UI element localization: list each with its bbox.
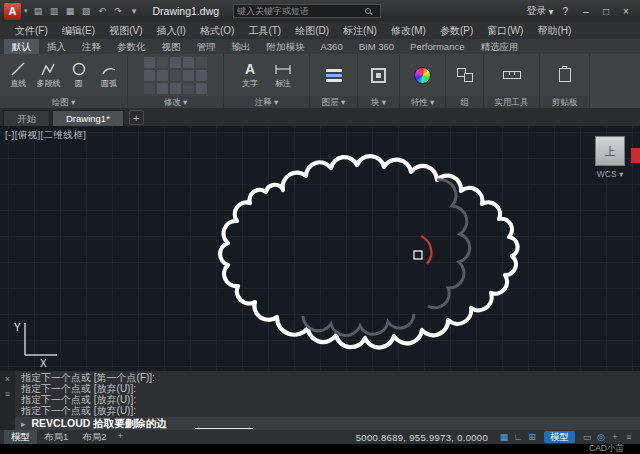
faded-cloud-edge-bottom[interactable]	[303, 314, 414, 336]
panel-label-groups[interactable]: 组	[446, 96, 483, 108]
menu-help[interactable]: 帮助(H)	[530, 22, 578, 39]
command-prompt-icon: ▸	[21, 419, 26, 429]
command-input-line[interactable]: ▸ REVCLOUD 拾取要删除的边	[15, 417, 640, 431]
search-icon[interactable]	[365, 8, 371, 14]
file-tab-start[interactable]: 开始	[3, 110, 50, 126]
grid-toggle-icon[interactable]: ▦	[497, 432, 511, 442]
ortho-toggle-icon[interactable]: ∟	[511, 432, 525, 442]
line-tool[interactable]: 直线	[6, 61, 30, 89]
panel-label-modify[interactable]: 修改 ▾	[128, 96, 223, 108]
model-tab[interactable]: 模型	[4, 430, 37, 444]
menu-insert[interactable]: 插入(I)	[149, 22, 192, 39]
menu-modify[interactable]: 修改(M)	[384, 22, 433, 39]
panel-label-block[interactable]: 块 ▾	[358, 96, 399, 108]
viewcube[interactable]: 上 WCS ▾	[590, 136, 630, 179]
ribbon-tab-home[interactable]: 默认	[4, 39, 39, 54]
layout2-tab[interactable]: 布局2	[75, 430, 113, 444]
ribbon-tab-output[interactable]: 输出	[224, 39, 259, 54]
ribbon-tab-view[interactable]: 视图	[154, 39, 189, 54]
menu-tools[interactable]: 工具(T)	[241, 22, 288, 39]
viewcube-top-face[interactable]: 上	[595, 136, 625, 166]
dimension-tool[interactable]: 标注	[270, 62, 297, 89]
customization-icon[interactable]: ≡	[622, 432, 636, 442]
ribbon-tab-annotate[interactable]: 注释	[74, 39, 109, 54]
app-logo-icon[interactable]: A	[4, 3, 21, 20]
panel-label-properties[interactable]: 特性 ▾	[400, 96, 445, 108]
new-icon[interactable]: ▤	[32, 6, 45, 16]
menu-view[interactable]: 视图(V)	[102, 22, 149, 39]
panel-label-layers[interactable]: 图层 ▾	[310, 96, 357, 108]
revision-cloud[interactable]	[220, 156, 517, 347]
ribbon-tab-addins[interactable]: 附加模块	[259, 39, 313, 54]
block-button[interactable]	[371, 68, 386, 83]
qat-dropdown-icon[interactable]: ▾	[128, 6, 141, 16]
menu-format[interactable]: 格式(O)	[193, 22, 241, 39]
menu-edit[interactable]: 编辑(E)	[55, 22, 102, 39]
drawing-canvas[interactable]: Y X [-][俯视][二维线框] 上 WCS ▾	[0, 126, 640, 371]
minimize-button[interactable]: –	[577, 6, 595, 17]
help-button[interactable]: ?	[562, 6, 568, 17]
faded-cloud-edge-right[interactable]	[428, 180, 470, 308]
ribbon: 直线 多段线 圆 圆弧 绘图 ▾ 修改 ▾	[0, 54, 640, 108]
command-tools-icon[interactable]: ≡	[5, 389, 10, 399]
panel-annotate: A 文字 标注 注释 ▾	[224, 54, 310, 108]
polyline-tool[interactable]: 多段线	[36, 61, 60, 89]
ribbon-tab-a360[interactable]: A360	[313, 39, 351, 54]
menu-window[interactable]: 窗口(W)	[480, 22, 530, 39]
menu-file[interactable]: 文件(F)	[8, 22, 55, 39]
model-space-button[interactable]: 模型	[544, 431, 575, 443]
viewport-controls[interactable]: [-][俯视][二维线框]	[5, 129, 86, 142]
ucs-x-label: X	[40, 358, 47, 369]
wcs-selector[interactable]: WCS ▾	[590, 169, 630, 179]
highlighted-edge[interactable]	[421, 236, 431, 264]
panel-label-draw[interactable]: 绘图 ▾	[0, 96, 127, 108]
ribbon-tab-parametric[interactable]: 参数化	[109, 39, 154, 54]
group-button[interactable]	[457, 68, 473, 82]
text-tool[interactable]: A 文字	[237, 62, 264, 89]
osnap-toggle-icon[interactable]: ◎	[594, 432, 608, 442]
ribbon-tab-manage[interactable]: 管理	[189, 39, 224, 54]
new-layout-button[interactable]: +	[114, 430, 128, 444]
arc-tool[interactable]: 圆弧	[97, 61, 121, 89]
search-input[interactable]	[237, 6, 363, 16]
app-menu-caret-icon[interactable]: ▾	[24, 7, 28, 15]
ribbon-tab-bar: 默认 插入 注释 参数化 视图 管理 输出 附加模块 A360 BIM 360 …	[0, 39, 640, 54]
ribbon-tab-bim360[interactable]: BIM 360	[351, 39, 402, 54]
paste-button[interactable]	[559, 68, 571, 82]
redo-icon[interactable]: ↷	[112, 6, 125, 16]
panel-label-utilities[interactable]: 实用工具	[484, 96, 539, 108]
menu-dimension[interactable]: 标注(N)	[336, 22, 384, 39]
measure-button[interactable]	[503, 71, 521, 79]
ruler-icon	[503, 71, 521, 79]
close-command-icon[interactable]: ×	[5, 374, 10, 384]
ribbon-tab-insert[interactable]: 插入	[39, 39, 74, 54]
panel-label-clipboard[interactable]: 剪贴板	[540, 96, 589, 108]
properties-button[interactable]	[414, 67, 431, 84]
panel-label-annotate[interactable]: 注释 ▾	[224, 96, 309, 108]
clipboard-icon	[559, 68, 571, 82]
plot-icon[interactable]: ▧	[80, 6, 93, 16]
layers-button[interactable]	[326, 69, 342, 82]
help-search-box[interactable]	[233, 4, 381, 18]
polyline-icon	[40, 61, 56, 77]
text-icon: A	[245, 62, 255, 77]
isolate-objects-icon[interactable]: +	[608, 432, 622, 442]
ribbon-tab-performance[interactable]: Performance	[402, 39, 472, 54]
undo-icon[interactable]: ↶	[96, 6, 109, 16]
menu-draw[interactable]: 绘图(D)	[288, 22, 336, 39]
coordinates-readout[interactable]: 5000.8689, 955.9973, 0.0000	[356, 432, 488, 443]
signin-button[interactable]: 登录 ▾	[526, 4, 553, 18]
close-button[interactable]: ×	[617, 6, 635, 17]
modify-tools-grid[interactable]	[144, 57, 207, 94]
snap-toggle-icon[interactable]: ⊞	[525, 432, 539, 442]
file-tab-drawing1[interactable]: Drawing1*	[52, 110, 124, 126]
circle-tool[interactable]: 圆	[67, 61, 91, 89]
open-icon[interactable]: ▥	[48, 6, 61, 16]
layout1-tab[interactable]: 布局1	[37, 430, 75, 444]
maximize-button[interactable]: □	[597, 6, 615, 17]
annotation-scale-icon[interactable]: ▭	[580, 432, 594, 442]
menu-parametric[interactable]: 参数(P)	[433, 22, 480, 39]
ribbon-tab-featured-apps[interactable]: 精选应用	[472, 39, 526, 54]
new-drawing-tab-button[interactable]: +	[129, 110, 144, 125]
save-icon[interactable]: ▦	[64, 6, 77, 16]
